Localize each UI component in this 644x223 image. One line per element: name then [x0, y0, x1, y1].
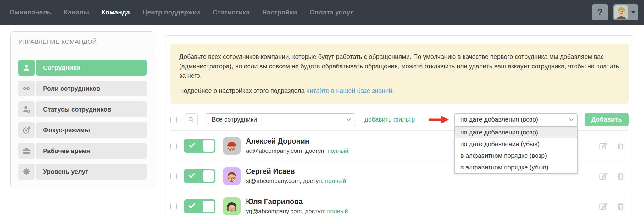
edit-button[interactable]	[598, 202, 608, 211]
employee-access: полный	[327, 147, 348, 154]
select-all-checkbox[interactable]	[170, 117, 177, 123]
sidebar-item-employees[interactable]: Сотрудники	[18, 60, 147, 76]
delete-button[interactable]	[616, 202, 625, 211]
edit-button[interactable]	[598, 141, 608, 151]
add-filter-link[interactable]: добавить фильтр	[364, 116, 415, 123]
employee-enabled-toggle[interactable]	[184, 169, 215, 183]
toggle-knob	[203, 170, 214, 182]
top-navigation: Омнипанель Каналы Команда Центр поддержк…	[0, 0, 644, 25]
sidebar-item-roles[interactable]: Роли сотрудников	[18, 81, 147, 96]
sidebar-header: УПРАВЛЕНИЕ КОМАНДОЙ	[11, 32, 154, 52]
nav-item-team[interactable]: Команда	[102, 9, 130, 16]
edit-button[interactable]	[598, 171, 608, 181]
employee-name: Сергей Исаев	[246, 167, 346, 176]
nav-item-omnipanel[interactable]: Омнипанель	[9, 9, 51, 16]
employee-email: si@abcompany.com, доступ:	[246, 178, 324, 184]
sidebar-item-focus-modes[interactable]: Фокус-режимы	[18, 122, 147, 138]
trash-icon	[616, 202, 625, 211]
sidebar-item-statuses[interactable]: Статусы сотрудников	[18, 101, 147, 117]
sidebar-item-label: Статусы сотрудников	[36, 101, 147, 117]
arrow-right-icon	[428, 116, 449, 124]
employee-access: полный	[325, 178, 346, 184]
toggle-knob	[203, 140, 214, 152]
sidebar-item-label: Уровень услуг	[36, 164, 147, 180]
row-checkbox[interactable]	[170, 173, 177, 179]
employees-panel: Добавьте всех сотрудников компании, кото…	[165, 35, 634, 223]
sidebar-item-service-level[interactable]: Уровень услуг	[18, 164, 147, 180]
employee-avatar	[223, 167, 241, 185]
employee-info: Алексей Доронин ad@abcompany.com, доступ…	[246, 137, 348, 154]
sidebar-item-label: Фокус-режимы	[36, 122, 147, 138]
delete-button[interactable]	[616, 141, 625, 150]
add-employee-button[interactable]: Добавить	[585, 113, 629, 126]
toggle-knob	[203, 201, 214, 212]
employee-info: Юля Гаврилова yg@abcompany.com, доступ: …	[246, 197, 348, 215]
nav-right-group: ?	[592, 4, 638, 20]
edit-icon	[598, 202, 608, 211]
row-actions	[598, 202, 629, 211]
nav-item-settings[interactable]: Настройки	[262, 9, 297, 16]
nav-item-billing[interactable]: Оплата услуг	[309, 9, 353, 16]
chevron-down-icon	[631, 11, 636, 14]
notice-link-suffix: .	[392, 87, 394, 94]
user-menu[interactable]	[613, 4, 638, 20]
employee-avatar	[223, 137, 241, 155]
sort-dropdown-menu: по дате добавления (возр) по дате добавл…	[454, 126, 578, 174]
help-button[interactable]: ?	[592, 4, 608, 20]
employee-email: yg@abcompany.com, доступ:	[246, 208, 325, 214]
question-icon: ?	[597, 8, 603, 17]
check-icon	[189, 171, 195, 178]
search-icon	[188, 117, 194, 123]
employee-meta: yg@abcompany.com, доступ: полный	[246, 208, 348, 215]
sort-option-alpha-desc[interactable]: в алфавитном порядке (убыв)	[455, 162, 577, 173]
knowledge-base-link[interactable]: читайте в нашей базе знаний	[306, 87, 392, 94]
employee-enabled-toggle[interactable]	[184, 199, 215, 213]
trash-icon	[616, 141, 625, 150]
person-clock-icon	[18, 101, 35, 117]
sort-select[interactable]: по дате добавления (возр)	[454, 113, 578, 126]
delete-button[interactable]	[616, 172, 625, 180]
staff-filter-select[interactable]: Все сотрудники	[206, 113, 355, 126]
person-icon	[18, 60, 35, 76]
sidebar-list: Сотрудники Роли сотрудников Статусы сотр…	[11, 52, 154, 187]
edit-icon	[598, 141, 608, 151]
row-actions	[598, 141, 629, 151]
nav-item-channels[interactable]: Каналы	[64, 9, 89, 16]
employee-meta: si@abcompany.com, доступ: полный	[246, 178, 346, 185]
edit-icon	[598, 171, 608, 181]
search-button[interactable]	[185, 113, 198, 126]
notice-paragraph: Подробнее о настройках этого подраздела …	[179, 86, 620, 95]
check-icon	[189, 202, 195, 208]
employee-row: Юля Гаврилова yg@abcompany.com, доступ: …	[170, 191, 629, 221]
notice-link-prefix: Подробнее о настройках этого подраздела	[179, 87, 306, 94]
target-icon	[18, 122, 35, 138]
employee-meta: ad@abcompany.com, доступ: полный	[246, 147, 348, 154]
sidebar-item-label: Роли сотрудников	[36, 81, 147, 96]
employee-enabled-toggle[interactable]	[184, 139, 215, 153]
sort-option-date-asc[interactable]: по дате добавления (возр)	[455, 127, 577, 138]
sort-option-date-desc[interactable]: по дате добавления (убыв)	[455, 138, 577, 150]
row-checkbox[interactable]	[170, 143, 177, 149]
nav-item-statistics[interactable]: Статистика	[213, 9, 249, 16]
row-actions	[598, 171, 629, 181]
sort-option-alpha-asc[interactable]: в алфавитном порядке (возр)	[455, 150, 577, 162]
mask-icon	[18, 81, 35, 96]
user-avatar	[614, 5, 628, 19]
check-icon	[189, 141, 195, 148]
row-checkbox[interactable]	[170, 203, 177, 209]
list-toolbar: Все сотрудники добавить фильтр по дате д…	[170, 109, 629, 131]
sort-select-wrap: по дате добавления (возр) по дате добавл…	[454, 113, 578, 126]
team-management-sidebar: УПРАВЛЕНИЕ КОМАНДОЙ Сотрудники Роли сотр…	[10, 31, 154, 187]
gear-icon	[18, 164, 35, 180]
employee-avatar	[223, 197, 241, 215]
briefcase-icon	[18, 143, 35, 159]
employee-email: ad@abcompany.com, доступ:	[246, 147, 326, 154]
sidebar-item-label: Рабочее время	[36, 143, 147, 159]
employee-info: Сергей Исаев si@abcompany.com, доступ: п…	[246, 167, 346, 185]
chevron-down-icon	[347, 117, 351, 121]
sidebar-item-working-hours[interactable]: Рабочее время	[18, 143, 147, 159]
nav-item-support-center[interactable]: Центр поддержки	[142, 9, 200, 16]
info-notice: Добавьте всех сотрудников компании, кото…	[170, 44, 629, 104]
employee-access: полный	[327, 208, 348, 214]
sort-select-value: по дате добавления (возр)	[460, 116, 538, 123]
